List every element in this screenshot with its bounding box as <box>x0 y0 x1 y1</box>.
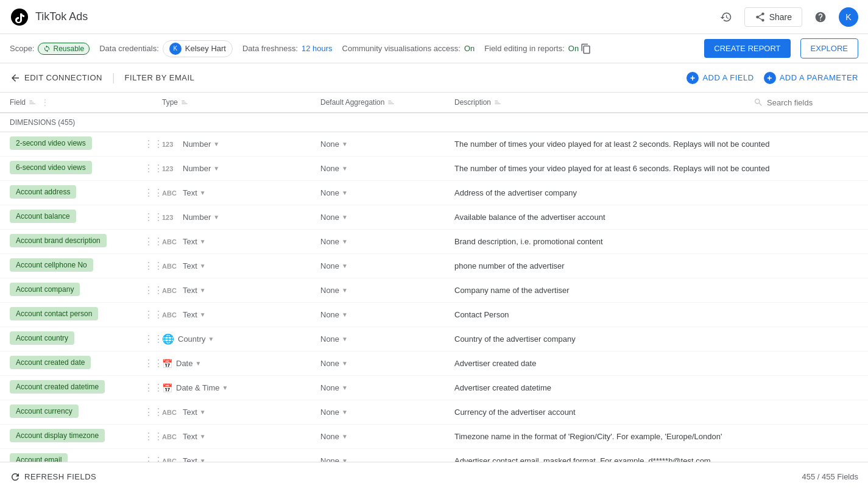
add-field-button[interactable]: + ADD A FIELD <box>686 72 753 84</box>
aggregation-dropdown[interactable]: None ▼ <box>320 432 348 441</box>
reusable-badge[interactable]: Reusable <box>38 43 90 55</box>
type-dropdown[interactable]: Date ▼ <box>176 359 201 368</box>
aggregation-dropdown[interactable]: None ▼ <box>320 164 348 173</box>
field-chip[interactable]: Account company <box>10 283 144 298</box>
field-chip[interactable]: Account country <box>10 331 144 347</box>
field-column-header[interactable]: Field ⋮ <box>10 97 144 107</box>
drag-handle[interactable]: ⋮⋮ <box>144 138 162 150</box>
drag-handle[interactable]: ⋮⋮ <box>144 333 162 345</box>
field-chip[interactable]: Account cellphone No <box>10 258 144 274</box>
field-chip-label[interactable]: Account balance <box>10 210 76 223</box>
drag-handle[interactable]: ⋮⋮ <box>144 187 162 199</box>
aggregation-dropdown[interactable]: None ▼ <box>320 334 348 344</box>
type-dropdown[interactable]: Number ▼ <box>183 164 219 173</box>
spacer-col <box>144 97 162 107</box>
type-dropdown[interactable]: Text ▼ <box>183 408 206 417</box>
table-row: Account cellphone No ⋮⋮ ABC Text ▼ None … <box>0 254 868 278</box>
add-parameter-button[interactable]: + ADD A PARAMETER <box>764 72 858 84</box>
aggregation-dropdown[interactable]: None ▼ <box>320 286 348 295</box>
community-value[interactable]: On <box>464 44 475 53</box>
field-chip-label[interactable]: Account country <box>10 331 74 345</box>
avatar[interactable]: K <box>839 7 858 27</box>
field-chip[interactable]: 6-second video views <box>10 161 144 176</box>
drag-handle[interactable]: ⋮⋮ <box>144 406 162 418</box>
resize-handle[interactable]: ⋮ <box>41 98 49 107</box>
history-button[interactable] <box>715 6 737 28</box>
field-chip-label[interactable]: Account display timezone <box>10 429 105 442</box>
field-chip[interactable]: Account created datetime <box>10 380 144 395</box>
freshness-value[interactable]: 12 hours <box>302 44 333 53</box>
field-chip[interactable]: Account currency <box>10 404 144 420</box>
field-chip-label[interactable]: Account created datetime <box>10 380 105 394</box>
field-chip[interactable]: Account address <box>10 185 144 200</box>
drag-handle[interactable]: ⋮⋮ <box>144 382 162 394</box>
drag-handle[interactable]: ⋮⋮ <box>144 358 162 369</box>
aggregation-value: None <box>320 286 339 295</box>
field-chip-label[interactable]: Account created date <box>10 356 91 369</box>
type-dropdown[interactable]: Text ▼ <box>183 237 206 246</box>
field-chip-label[interactable]: Account contact person <box>10 307 98 320</box>
filter-by-email-button[interactable]: FILTER BY EMAIL <box>125 73 195 82</box>
copy-button[interactable] <box>577 40 595 57</box>
type-dropdown[interactable]: Country ▼ <box>178 334 214 344</box>
type-dropdown[interactable]: Text ▼ <box>183 432 206 441</box>
drag-handle[interactable]: ⋮⋮ <box>144 163 162 174</box>
field-chip-label[interactable]: Account address <box>10 185 76 199</box>
aggregation-dropdown[interactable]: None ▼ <box>320 383 348 392</box>
aggregation-dropdown[interactable]: None ▼ <box>320 213 348 222</box>
type-dropdown[interactable]: Number ▼ <box>183 140 219 149</box>
drag-handle[interactable]: ⋮⋮ <box>144 260 162 272</box>
type-dropdown[interactable]: Text ▼ <box>183 188 206 197</box>
type-column-header[interactable]: Type <box>162 97 320 107</box>
field-chip[interactable]: Account display timezone <box>10 429 144 444</box>
description-cell: Currency of the advertiser account <box>454 408 858 417</box>
drag-handle[interactable]: ⋮⋮ <box>144 211 162 223</box>
drag-handle[interactable]: ⋮⋮ <box>144 236 162 247</box>
agg-dropdown-arrow: ▼ <box>342 409 348 415</box>
credentials-badge[interactable]: K Kelsey Hart <box>163 40 233 57</box>
field-chip-label[interactable]: Account cellphone No <box>10 258 93 272</box>
aggregation-cell: None ▼ <box>320 310 454 319</box>
type-dropdown[interactable]: Number ▼ <box>183 213 219 222</box>
type-dropdown[interactable]: Text ▼ <box>183 261 206 270</box>
explore-button[interactable]: EXPLORE <box>800 38 858 58</box>
field-chip-label[interactable]: 2-second video views <box>10 136 92 150</box>
help-button[interactable] <box>810 6 831 28</box>
aggregation-dropdown[interactable]: None ▼ <box>320 188 348 197</box>
agg-col-label: Default Aggregation <box>320 98 384 107</box>
edit-connection-button[interactable]: EDIT CONNECTION <box>10 72 102 83</box>
aggregation-dropdown[interactable]: None ▼ <box>320 140 348 149</box>
table-row: 6-second video views ⋮⋮ 123 Number ▼ Non… <box>0 157 868 181</box>
type-icon: 123 <box>162 141 179 148</box>
drag-handle[interactable]: ⋮⋮ <box>144 284 162 296</box>
aggregation-dropdown[interactable]: None ▼ <box>320 408 348 417</box>
create-report-button[interactable]: CREATE REPORT <box>704 39 790 58</box>
field-chip[interactable]: 2-second video views <box>10 136 144 152</box>
aggregation-column-header[interactable]: Default Aggregation <box>320 97 454 107</box>
reusable-icon <box>43 45 51 52</box>
field-chip-label[interactable]: Account brand description <box>10 234 107 247</box>
aggregation-dropdown[interactable]: None ▼ <box>320 359 348 368</box>
agg-dropdown-arrow: ▼ <box>342 287 348 294</box>
aggregation-dropdown[interactable]: None ▼ <box>320 261 348 270</box>
aggregation-dropdown[interactable]: None ▼ <box>320 310 348 319</box>
type-dropdown[interactable]: Text ▼ <box>183 286 206 295</box>
aggregation-dropdown[interactable]: None ▼ <box>320 237 348 246</box>
search-input[interactable] <box>767 98 858 107</box>
field-chip-label[interactable]: Account company <box>10 283 80 296</box>
field-chip-label[interactable]: Account currency <box>10 404 79 418</box>
table-row: Account currency ⋮⋮ ABC Text ▼ None ▼ Cu… <box>0 400 868 425</box>
drag-handle[interactable]: ⋮⋮ <box>144 309 162 320</box>
type-dropdown[interactable]: Date & Time ▼ <box>176 383 228 392</box>
field-chip[interactable]: Account contact person <box>10 307 144 322</box>
refresh-fields-button[interactable]: REFRESH FIELDS <box>10 472 96 482</box>
share-button[interactable]: Share <box>744 7 802 27</box>
type-dropdown[interactable]: Text ▼ <box>183 310 206 319</box>
field-chip[interactable]: Account brand description <box>10 234 144 249</box>
field-chip[interactable]: Account created date <box>10 356 144 371</box>
field-chip[interactable]: Account balance <box>10 210 144 225</box>
aggregation-cell: None ▼ <box>320 408 454 417</box>
drag-handle[interactable]: ⋮⋮ <box>144 431 162 442</box>
table-row: Account created date ⋮⋮ 📅 Date ▼ None ▼ … <box>0 351 868 376</box>
field-chip-label[interactable]: 6-second video views <box>10 161 92 174</box>
